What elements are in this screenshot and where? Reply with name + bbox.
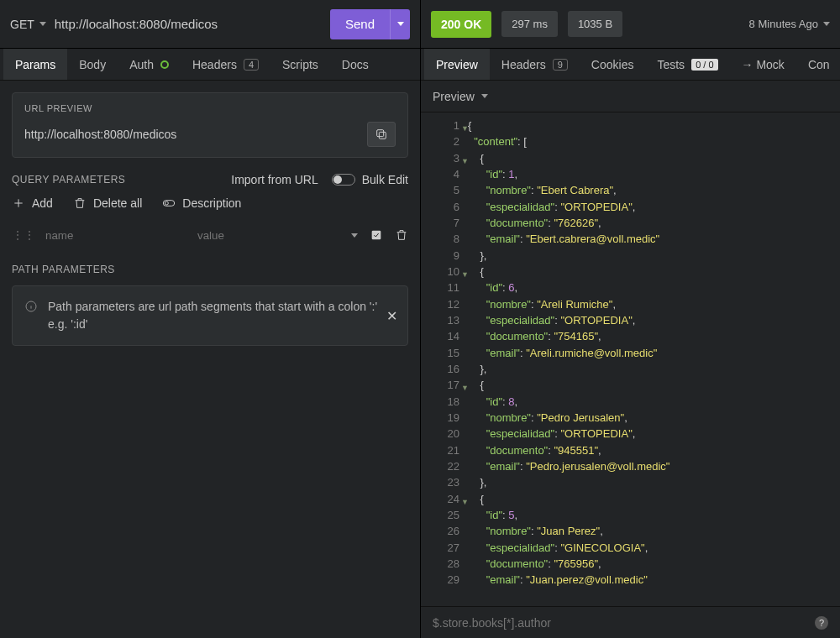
delete-all-button[interactable]: Delete all	[73, 196, 142, 210]
response-size: 1035 B	[568, 11, 622, 37]
tab-mock[interactable]: → Mock	[730, 49, 796, 80]
send-dropdown-button[interactable]	[390, 9, 410, 39]
toggle-description-button[interactable]: Description	[162, 196, 241, 210]
help-icon[interactable]: ?	[815, 616, 828, 630]
tab-cookies[interactable]: Cookies	[580, 49, 646, 80]
response-tabs: Preview Headers 9 Cookies Tests 0 / 0 → …	[421, 49, 840, 81]
history-label: 8 Minutes Ago	[749, 18, 818, 30]
tab-headers[interactable]: Headers 4	[181, 49, 270, 80]
description-label: Description	[182, 196, 241, 210]
checkbox-checked-icon[interactable]	[370, 228, 383, 242]
tab-body[interactable]: Body	[67, 49, 118, 80]
tab-params[interactable]: Params	[3, 49, 67, 80]
tab-scripts[interactable]: Scripts	[270, 49, 330, 80]
path-params-title: PATH PARAMETERS	[12, 264, 115, 275]
http-method-label: GET	[10, 18, 34, 31]
url-preview-text: http://localhost:8080/medicos	[24, 128, 359, 141]
tab-resp-headers-label: Headers	[501, 58, 546, 71]
response-body-viewer[interactable]: 1▼{2 "content": [3▼ {4 "id": 1,5 "nombre…	[421, 112, 840, 606]
tab-resp-headers[interactable]: Headers 9	[490, 49, 580, 80]
url-preview-card: URL PREVIEW http://localhost:8080/medico…	[12, 92, 408, 158]
tab-auth[interactable]: Auth	[118, 49, 181, 80]
chevron-down-icon	[397, 22, 404, 26]
copy-icon	[375, 128, 388, 141]
preview-mode-selector[interactable]: Preview	[421, 81, 840, 112]
send-button[interactable]: Send	[330, 9, 390, 39]
add-label: Add	[32, 196, 53, 210]
resp-headers-count: 9	[553, 59, 568, 71]
tab-con[interactable]: Con	[796, 49, 833, 80]
response-time: 297 ms	[501, 11, 558, 37]
drag-handle-icon[interactable]: ⋮⋮	[12, 228, 35, 242]
plus-icon	[12, 196, 25, 210]
copy-url-button[interactable]	[367, 122, 396, 147]
trash-icon[interactable]	[395, 228, 408, 242]
http-method-selector[interactable]: GET	[10, 18, 46, 31]
svg-point-3	[165, 201, 169, 205]
tab-auth-label: Auth	[129, 58, 154, 71]
info-icon	[24, 300, 38, 313]
tab-tests[interactable]: Tests 0 / 0	[645, 49, 729, 80]
tab-preview[interactable]: Preview	[424, 49, 490, 80]
param-name-input[interactable]	[45, 229, 187, 242]
query-param-row: ⋮⋮	[12, 222, 408, 248]
status-badge: 200 OK	[431, 11, 491, 38]
tab-docs[interactable]: Docs	[330, 49, 381, 80]
trash-icon	[73, 196, 87, 210]
param-value-input[interactable]	[197, 229, 341, 242]
tests-count-badge: 0 / 0	[691, 59, 717, 71]
chevron-down-icon[interactable]	[351, 233, 358, 238]
query-params-title: QUERY PARAMETERS	[12, 174, 125, 186]
import-from-url-link[interactable]: Import from URL	[231, 173, 318, 186]
url-preview-title: URL PREVIEW	[24, 103, 396, 113]
chevron-down-icon	[481, 94, 488, 98]
bulk-edit-toggle[interactable]: Bulk Edit	[332, 173, 408, 186]
chevron-down-icon	[823, 22, 830, 26]
history-dropdown[interactable]: 8 Minutes Ago	[749, 18, 830, 30]
jsonpath-input[interactable]	[433, 616, 815, 630]
path-params-info-text: Path parameters are url path segments th…	[48, 298, 396, 333]
auth-active-indicator	[160, 60, 169, 69]
chevron-down-icon	[39, 22, 46, 26]
request-tabs: Params Body Auth Headers 4 Scripts Docs	[0, 49, 420, 81]
headers-count-badge: 4	[244, 59, 259, 71]
toggle-icon	[332, 174, 355, 186]
bulk-edit-label: Bulk Edit	[362, 173, 408, 186]
add-param-button[interactable]: Add	[12, 196, 53, 210]
toggle-off-icon	[162, 196, 176, 210]
delete-all-label: Delete all	[93, 196, 142, 210]
close-icon[interactable]: ✕	[386, 308, 397, 324]
url-input[interactable]	[55, 17, 322, 31]
svg-rect-4	[372, 231, 381, 240]
preview-label: Preview	[433, 90, 475, 103]
path-params-info: Path parameters are url path segments th…	[12, 285, 408, 346]
tab-tests-label: Tests	[657, 58, 685, 71]
svg-rect-1	[377, 130, 384, 137]
tab-headers-label: Headers	[192, 58, 237, 71]
svg-rect-0	[379, 132, 386, 139]
